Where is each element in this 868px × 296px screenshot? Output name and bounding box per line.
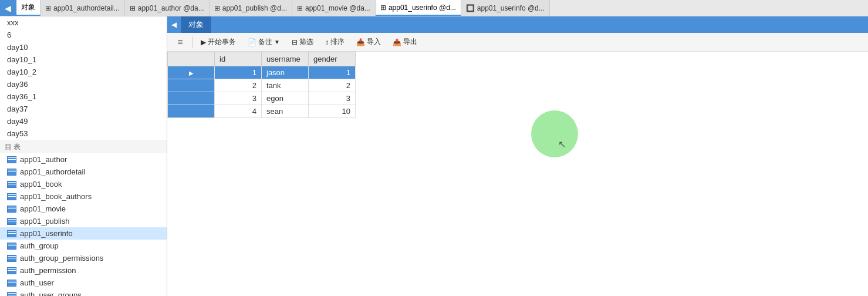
table-icon: [7, 255, 16, 262]
btn-export[interactable]: 📤 导出: [388, 36, 422, 48]
tab-authordetail-label: app01_authordetail...: [53, 4, 120, 12]
cell-gender-3: 3: [309, 92, 356, 105]
cell-id-4: 4: [215, 105, 262, 118]
btn-note-icon: 📄: [248, 38, 256, 46]
tab-author-label: app01_author @da...: [138, 4, 204, 12]
sidebar-item-day10[interactable]: day10: [0, 41, 167, 53]
sidebar-table-userinfo-label: app01_userinfo: [20, 229, 73, 238]
sidebar-item-day49[interactable]: day49: [0, 115, 167, 127]
cell-username-2: tank: [262, 79, 309, 92]
sidebar-table-book-label: app01_book: [20, 180, 62, 189]
sidebar-table-auth-user[interactable]: auth_user: [0, 277, 167, 289]
btn-sort-icon: ↕: [325, 38, 329, 46]
tab-userinfo[interactable]: ⊞ app01_userinfo @d...: [376, 0, 461, 16]
btn-note-arrow-icon: ▼: [274, 39, 280, 45]
tab-userinfo-icon: ⊞: [380, 4, 386, 12]
table-row[interactable]: 2 tank 2: [168, 79, 356, 92]
tab-userinfo2[interactable]: 🔲 app01_userinfo @d...: [461, 0, 550, 16]
data-table: id username gender ▶ 1 jason 1 2: [167, 52, 356, 118]
cursor-highlight: [531, 110, 578, 157]
sidebar-item-day36-1[interactable]: day36_1: [0, 90, 167, 103]
row-marker-4: [168, 105, 215, 118]
object-tab-object[interactable]: 对象: [181, 16, 211, 33]
sidebar-table-author-label: app01_author: [20, 155, 67, 164]
th-gender[interactable]: gender: [309, 52, 356, 66]
th-id[interactable]: id: [215, 52, 262, 66]
th-username[interactable]: username: [262, 52, 309, 66]
sidebar-table-auth-group-label: auth_group: [20, 241, 59, 250]
sidebar-table-auth-permission-label: auth_permission: [20, 266, 76, 275]
table-row[interactable]: ▶ 1 jason 1: [168, 66, 356, 79]
tab-userinfo-label: app01_userinfo @d...: [389, 4, 456, 12]
table-icon: [7, 267, 16, 274]
btn-import-label: 导入: [367, 37, 381, 47]
object-tab-nav-btn[interactable]: ◀: [167, 16, 181, 33]
row-marker-2: [168, 79, 215, 92]
sidebar-table-book-authors[interactable]: app01_book_authors: [0, 190, 167, 203]
tab-movie[interactable]: ⊞ app01_movie @da...: [292, 0, 376, 16]
sidebar-item-day37[interactable]: day37: [0, 103, 167, 115]
btn-import-icon: 📥: [356, 38, 365, 46]
sidebar-table-userinfo[interactable]: app01_userinfo: [0, 227, 167, 240]
sidebar-table-book[interactable]: app01_book: [0, 178, 167, 190]
sidebar-table-authordetail-label: app01_authordetail: [20, 167, 85, 176]
cell-username-4: sean: [262, 105, 309, 118]
tab-publish[interactable]: ⊞ app01_publish @d...: [210, 0, 292, 16]
sidebar-table-auth-user-groups[interactable]: auth_user_groups: [0, 289, 167, 296]
sidebar-table-publish[interactable]: app01_publish: [0, 215, 167, 227]
table-row[interactable]: 3 egon 3: [168, 92, 356, 105]
btn-start-icon: ▶: [201, 38, 206, 46]
table-icon: [7, 156, 16, 163]
sidebar-table-author[interactable]: app01_author: [0, 153, 167, 166]
toolbar: ≡ ▶ 开始事务 📄 备注 ▼ ⊟ 筛选 ↕ 排序 📥 导入: [167, 33, 868, 52]
sidebar-table-movie[interactable]: app01_movie: [0, 203, 167, 215]
sidebar-item-day10-1[interactable]: day10_1: [0, 53, 167, 66]
table-icon: [7, 193, 16, 200]
sidebar-item-day53[interactable]: day53: [0, 127, 167, 140]
btn-note[interactable]: 📄 备注 ▼: [243, 36, 285, 48]
table-icon: [7, 169, 16, 176]
sidebar-item-xxx[interactable]: xxx: [0, 16, 167, 29]
tab-userinfo2-label: app01_userinfo @d...: [477, 4, 545, 12]
btn-filter-icon: ⊟: [292, 38, 298, 46]
sidebar-item-day36[interactable]: day36: [0, 78, 167, 90]
sidebar-table-book-authors-label: app01_book_authors: [20, 192, 92, 201]
row-marker-1: ▶: [168, 66, 215, 79]
btn-start-transaction[interactable]: ▶ 开始事务: [196, 36, 241, 48]
sidebar-table-auth-group-permissions-label: auth_group_permissions: [20, 254, 103, 263]
sidebar-table-movie-label: app01_movie: [20, 204, 66, 213]
tab-object[interactable]: 对象: [16, 0, 40, 16]
btn-sort[interactable]: ↕ 排序: [320, 36, 349, 48]
table-area: id username gender ▶ 1 jason 1 2: [167, 52, 868, 296]
sidebar-table-auth-permission[interactable]: auth_permission: [0, 264, 167, 277]
tab-nav-button[interactable]: ◀: [0, 0, 16, 16]
tab-author[interactable]: ⊞ app01_author @da...: [125, 0, 210, 16]
btn-import[interactable]: 📥 导入: [352, 36, 386, 48]
tab-publish-icon: ⊞: [214, 4, 220, 12]
cell-gender-2: 2: [309, 79, 356, 92]
sidebar: xxx 6 day10 day10_1 day10_2 day36 day36_…: [0, 16, 167, 296]
btn-filter[interactable]: ⊟ 筛选: [287, 36, 318, 48]
btn-note-label: 备注: [258, 37, 272, 47]
cell-id-1: 1: [215, 66, 262, 79]
btn-start-label: 开始事务: [208, 37, 236, 47]
tab-userinfo2-icon: 🔲: [466, 4, 475, 12]
btn-sort-label: 排序: [330, 37, 345, 47]
cursor-arrow-icon: ↖: [558, 139, 566, 150]
sidebar-item-6[interactable]: 6: [0, 29, 167, 41]
object-tab-object-label: 对象: [188, 19, 204, 30]
table-row[interactable]: 4 sean 10: [168, 105, 356, 118]
cell-username-1: jason: [262, 66, 309, 79]
sidebar-table-auth-group[interactable]: auth_group: [0, 240, 167, 252]
toolbar-menu-button[interactable]: ≡: [172, 35, 188, 49]
tab-bar: ◀ 对象 ⊞ app01_authordetail... ⊞ app01_aut…: [0, 0, 868, 16]
table-icon: [7, 181, 16, 188]
sidebar-item-day10-2[interactable]: day10_2: [0, 66, 167, 78]
table-icon: [7, 206, 16, 213]
sidebar-table-authordetail[interactable]: app01_authordetail: [0, 166, 167, 178]
tab-authordetail[interactable]: ⊞ app01_authordetail...: [40, 0, 125, 16]
cell-username-3: egon: [262, 92, 309, 105]
toolbar-separator-1: [192, 36, 192, 48]
sidebar-table-auth-group-permissions[interactable]: auth_group_permissions: [0, 252, 167, 264]
sidebar-table-publish-label: app01_publish: [20, 217, 70, 226]
